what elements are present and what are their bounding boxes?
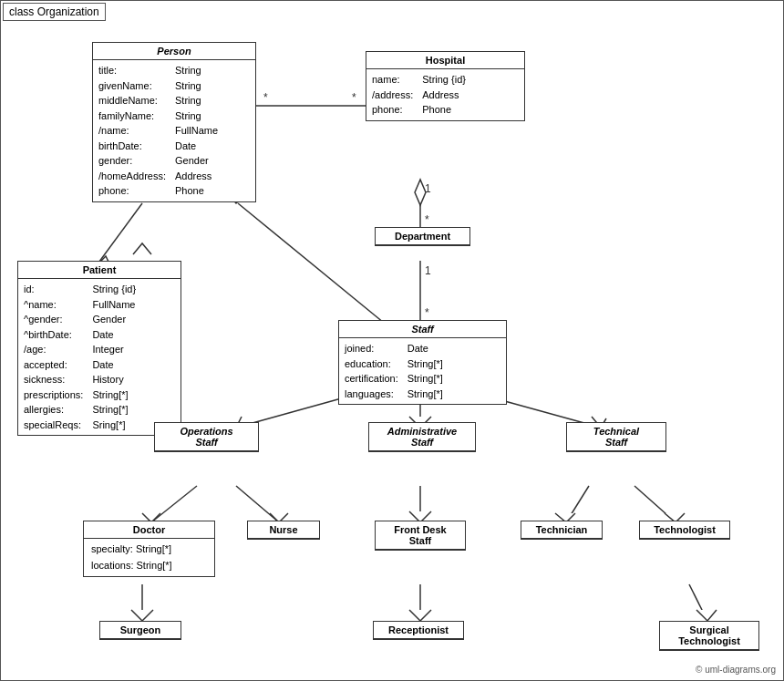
svg-line-23 — [634, 486, 676, 522]
surgical-tech-box: SurgicalTechnologist — [659, 621, 759, 651]
front-desk-box: Front DeskStaff — [375, 521, 466, 551]
admin-staff-box: AdministrativeStaff — [368, 422, 476, 452]
svg-line-22 — [566, 486, 589, 522]
surgical-tech-header: SurgicalTechnologist — [660, 622, 758, 650]
person-header: Person — [93, 43, 255, 60]
svg-line-19 — [151, 486, 197, 522]
patient-header: Patient — [18, 262, 181, 279]
svg-text:1: 1 — [425, 182, 431, 195]
receptionist-box: Receptionist — [373, 621, 464, 640]
svg-text:*: * — [352, 91, 356, 104]
admin-staff-header: AdministrativeStaff — [369, 423, 475, 451]
department-box: Department — [375, 227, 470, 246]
operations-staff-box: OperationsStaff — [154, 422, 259, 452]
staff-box: Staff joined: education: certification: … — [338, 320, 507, 405]
person-body: title: givenName: middleName: familyName… — [93, 60, 255, 201]
svg-text:1: 1 — [425, 264, 431, 277]
technologist-header: Technologist — [640, 521, 729, 539]
hospital-header: Hospital — [366, 52, 524, 69]
nurse-header: Nurse — [248, 521, 319, 539]
staff-body: joined: education: certification: langua… — [339, 338, 506, 404]
receptionist-header: Receptionist — [374, 622, 463, 639]
copyright: © uml-diagrams.org — [696, 665, 776, 675]
doctor-header: Doctor — [84, 521, 214, 539]
technician-header: Technician — [521, 521, 602, 539]
hospital-box: Hospital name: /address: phone: String {… — [366, 51, 525, 121]
person-box: Person title: givenName: middleName: fam… — [92, 42, 256, 202]
svg-line-12 — [238, 203, 384, 323]
tech-staff-box: TechnicalStaff — [566, 422, 666, 452]
operations-staff-header: OperationsStaff — [155, 423, 258, 451]
doctor-box: Doctor specialty: String[*] locations: S… — [83, 521, 215, 577]
technologist-box: Technologist — [639, 521, 730, 540]
surgeon-box: Surgeon — [99, 621, 181, 640]
svg-line-20 — [236, 486, 279, 522]
svg-text:*: * — [425, 306, 429, 319]
doctor-body: specialty: String[*] locations: String[*… — [84, 539, 214, 576]
front-desk-header: Front DeskStaff — [376, 521, 465, 550]
nurse-box: Nurse — [247, 521, 320, 540]
patient-box: Patient id: ^name: ^gender: ^birthDate: … — [17, 261, 181, 436]
staff-header: Staff — [339, 321, 506, 338]
svg-line-26 — [689, 584, 707, 621]
diagram-title: class Organization — [3, 3, 106, 21]
technician-box: Technician — [521, 521, 603, 540]
department-header: Department — [376, 228, 469, 245]
svg-text:*: * — [263, 91, 268, 104]
patient-body: id: ^name: ^gender: ^birthDate: /age: ac… — [18, 279, 181, 435]
svg-marker-4 — [415, 180, 426, 205]
svg-text:*: * — [425, 213, 429, 226]
svg-line-10 — [97, 203, 142, 265]
tech-staff-header: TechnicalStaff — [567, 423, 665, 451]
diagram-container: class Organization * * 1 * 1 * * * — [0, 0, 784, 681]
surgeon-header: Surgeon — [100, 622, 181, 639]
hospital-body: name: /address: phone: String {id} Addre… — [366, 69, 524, 120]
